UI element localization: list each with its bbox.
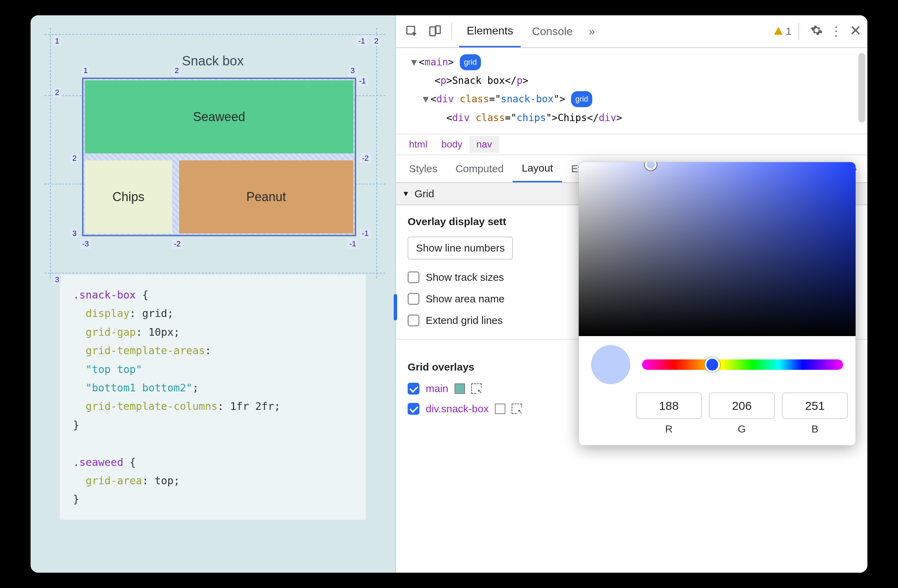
page-title: Snack box: [45, 54, 381, 69]
hue-thumb[interactable]: [704, 357, 720, 372]
grid-cell-peanut: Peanut: [179, 160, 354, 234]
grid-line-label: -3: [80, 239, 91, 249]
grid-line-label: 1: [81, 66, 90, 75]
color-picker-sv-field[interactable]: [579, 162, 856, 336]
grid-cell-seaweed: Seaweed: [85, 80, 354, 154]
crumb-html[interactable]: html: [402, 136, 434, 153]
settings-icon[interactable]: [810, 24, 823, 39]
grid-line-label: 3: [53, 275, 61, 285]
svg-rect-1: [430, 27, 435, 35]
grid-line-label: 3: [70, 229, 78, 238]
kebab-menu-icon[interactable]: ⋮: [830, 24, 843, 38]
grid-line-label: -1: [356, 36, 367, 46]
color-r-label: R: [665, 423, 673, 435]
color-swatch[interactable]: [495, 403, 505, 414]
color-b-input[interactable]: 251: [782, 393, 848, 419]
overlay-name[interactable]: main: [426, 383, 448, 394]
overlay-name[interactable]: div.snack-box: [426, 403, 489, 415]
svg-rect-2: [436, 26, 440, 34]
chevron-down-icon: ▼: [402, 189, 410, 198]
grid-line-label: 1: [53, 36, 61, 46]
subtab-styles[interactable]: Styles: [400, 155, 447, 182]
tab-elements[interactable]: Elements: [459, 15, 521, 47]
tab-console[interactable]: Console: [524, 15, 580, 47]
line-numbers-select[interactable]: Show line numbers: [407, 237, 513, 260]
crumb-body[interactable]: body: [434, 136, 469, 153]
pane-resizer[interactable]: [394, 294, 397, 320]
warning-badge[interactable]: 1: [773, 25, 792, 37]
grid-line-label: 3: [349, 66, 357, 75]
grid-line-label: -1: [357, 76, 368, 86]
sv-cursor[interactable]: [645, 162, 657, 171]
color-swatch[interactable]: [455, 383, 465, 394]
color-picker-popover: 188 R 206 G 251 B ▲▼: [579, 162, 856, 445]
grid-line-label: 2: [53, 88, 61, 97]
device-toggle-icon[interactable]: [425, 22, 444, 41]
color-g-label: G: [738, 423, 746, 435]
color-r-input[interactable]: 188: [636, 393, 702, 419]
color-mode-switch[interactable]: ▲▼: [855, 393, 856, 419]
checkbox-overlay-main[interactable]: [407, 383, 420, 394]
highlight-icon[interactable]: [471, 383, 482, 394]
subtab-computed[interactable]: Computed: [447, 155, 513, 182]
css-code-block: .snack-box { display: grid; grid-gap: 10…: [60, 274, 366, 520]
devtools-panel: Elements Console » 1 ⋮ ▼<main> grid <p: [396, 15, 867, 573]
grid-cell-chips: Chips: [85, 160, 172, 234]
grid-line-label: -2: [172, 239, 183, 249]
hue-slider[interactable]: [642, 359, 843, 370]
breadcrumb: html body nav: [396, 134, 867, 155]
inspect-icon[interactable]: [402, 22, 421, 41]
snack-box-grid: Seaweed Chips Peanut: [82, 78, 356, 236]
grid-line-label: 2: [70, 154, 78, 163]
grid-line-label: -1: [360, 229, 371, 238]
tabs-overflow[interactable]: »: [584, 15, 600, 47]
grid-line-label: -2: [360, 154, 371, 163]
dom-tree[interactable]: ▼<main> grid <p>Snack box</p> ▼<div clas…: [396, 48, 867, 134]
checkbox-overlay-snackbox[interactable]: [407, 403, 420, 415]
checkbox-track-sizes[interactable]: [407, 271, 420, 283]
grid-line-label: -1: [347, 239, 358, 249]
color-preview[interactable]: [591, 345, 630, 384]
crumb-nav[interactable]: nav: [469, 136, 499, 153]
checkbox-area-names[interactable]: [407, 293, 420, 305]
highlight-icon[interactable]: [512, 403, 522, 414]
close-icon[interactable]: [850, 25, 861, 38]
devtools-toolbar: Elements Console » 1 ⋮: [396, 15, 867, 48]
warning-count: 1: [786, 25, 792, 37]
grid-line-label: 2: [172, 66, 181, 75]
grid-line-label: 2: [372, 36, 380, 46]
color-g-input[interactable]: 206: [709, 393, 775, 419]
color-b-label: B: [811, 423, 818, 435]
rendered-page-pane: 1 -1 2 2 3 Snack box Seaweed Chips Peanu…: [31, 15, 396, 573]
checkbox-extend-lines[interactable]: [407, 314, 420, 326]
subtab-layout[interactable]: Layout: [513, 155, 562, 182]
